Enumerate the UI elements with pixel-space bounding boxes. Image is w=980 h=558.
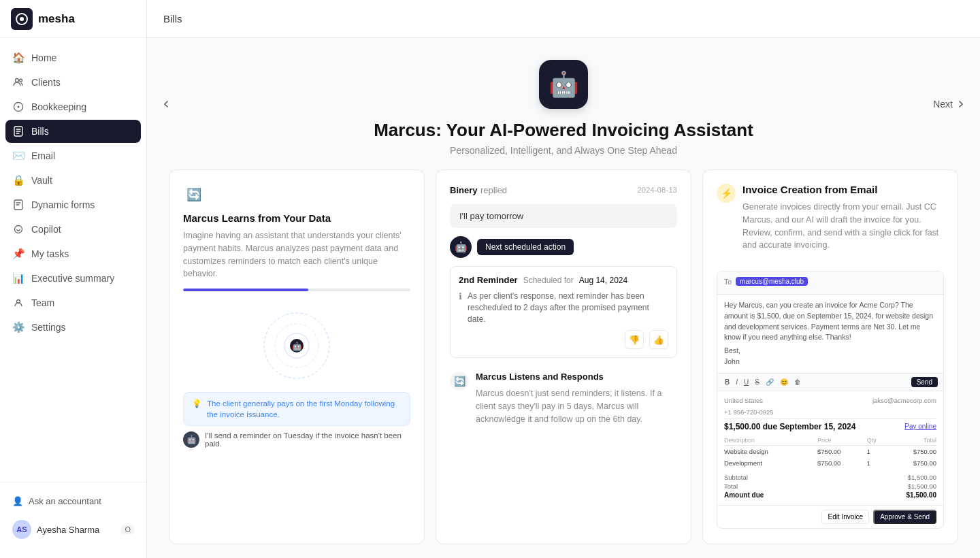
user-avatar: AS [12,520,31,539]
prev-button[interactable] [161,99,172,110]
invoice-preview: To marcus@mesha.club Hey Marcus, can you… [717,271,944,529]
learns-title: Marcus Learns from Your Data [183,212,410,224]
sidebar-item-executive-summary[interactable]: 📊 Executive summary [5,267,141,290]
dynamic-forms-icon [12,199,24,211]
invoice-amount: $1,500.00 due September 15, 2024 [724,422,855,431]
row2-price: $750.00 [817,457,867,469]
sidebar-item-bills[interactable]: Bills [5,120,141,143]
sidebar-item-dynamic-forms[interactable]: Dynamic forms [5,193,141,216]
sidebar-item-email[interactable]: ✉️ Email [5,144,141,167]
sidebar-item-label: Executive summary [31,273,114,284]
user-name: Ayesha Sharma [37,525,99,535]
contact-row: United States jakso@acmecorp.com [724,397,936,404]
progress-bar [183,289,410,291]
reminder-body: ℹ As per client's response, next reminde… [459,291,668,325]
listens-title: Marcus Listens and Responds [476,372,677,382]
svg-point-6 [18,106,20,108]
card-chat: Binery replied 2024-08-13 I'll pay tomor… [436,169,691,544]
reminder-actions: 👎 👍 [459,330,668,349]
card2-bottom: 🔄 Marcus Listens and Responds Marcus doe… [450,372,677,425]
col-qty: Qty [867,436,887,446]
thumbs-down-button[interactable]: 👎 [625,330,644,349]
sidebar-item-home[interactable]: 🏠 Home [5,46,141,69]
italic-btn[interactable]: I [734,378,740,387]
bold-btn[interactable]: B [723,378,732,387]
svg-text:🤖: 🤖 [292,341,302,351]
card-learns: 🔄 Marcus Learns from Your Data Imagine h… [169,169,425,544]
email-icon: ✉️ [12,150,24,162]
invoice-table: Description Price Qty Total Website desi… [724,436,936,469]
bookkeeping-icon [12,101,24,113]
edit-invoice-button[interactable]: Edit Invoice [821,510,869,524]
ask-accountant-button[interactable]: 👤 Ask an accountant [5,491,141,512]
executive-summary-icon: 📊 [12,272,24,284]
contact-phone: +1 956-720-0925 [724,408,936,416]
table-row: Website design $750.00 1 $750.00 [724,445,936,457]
row2-total: $750.00 [887,457,936,469]
hint-text: The client generally pays on the first M… [207,398,402,420]
underline-btn[interactable]: U [742,378,751,387]
amount-due-val: $1,500.00 [906,491,937,499]
sidebar-item-clients[interactable]: Clients [5,71,141,94]
orbit-visual: 🤖 [252,308,341,383]
approve-send-button[interactable]: Approve & Send [873,510,936,524]
marcus-mini-avatar: 🤖 [450,236,472,258]
pay-link[interactable]: Pay online [904,423,936,430]
email-body-text: Hey Marcus, can you create an invoice fo… [724,300,936,343]
marcus-chip: marcus@mesha.club [736,277,808,286]
mesha-logo-icon [11,8,33,30]
bills-icon [12,125,24,137]
hint-icon: 💡 [192,398,201,409]
cards-row: 🔄 Marcus Learns from Your Data Imagine h… [147,169,980,558]
thumbs-up-button[interactable]: 👍 [649,330,668,349]
row1-price: $750.00 [817,445,867,457]
chat-bubble: I'll pay tomorrow [450,204,677,228]
col-total: Total [887,436,936,446]
ask-accountant-label: Ask an accountant [29,496,101,506]
sidebar-item-team[interactable]: Team [5,291,141,314]
col-description: Description [724,436,817,446]
next-label: Next [933,99,953,110]
invoice-amount-row: $1,500.00 due September 15, 2024 Pay onl… [724,422,936,431]
reminder-card: 2nd Reminder Scheduled for Aug 14, 2024 … [450,266,677,358]
chat-date: 2024-08-13 [637,186,677,194]
emoji-btn[interactable]: 😊 [778,378,790,387]
contact-email: jakso@acmecorp.com [872,397,936,404]
svg-point-4 [20,79,22,82]
strikethrough-btn[interactable]: S [753,378,762,387]
sidebar-item-bookkeeping[interactable]: Bookkeeping [5,95,141,118]
invoice-title-block: Invoice Creation from Email Generate inv… [742,184,944,260]
sidebar: mesha 🏠 Home Clients Bookkeeping Bills ✉… [0,0,147,558]
table-row: Development $750.00 1 $750.00 [724,457,936,469]
action-row: 🤖 I'll send a reminder on Tuesday if the… [183,431,410,448]
send-button[interactable]: Send [911,377,938,387]
user-profile-row[interactable]: AS Ayesha Sharma O [5,514,141,544]
next-button[interactable]: Next [933,99,966,110]
ask-accountant-icon: 👤 [12,496,23,506]
next-action-badge: Next scheduled action [477,239,574,255]
sidebar-item-settings[interactable]: ⚙️ Settings [5,316,141,339]
action-text: I'll send a reminder on Tuesday if the i… [205,431,410,448]
trash-btn[interactable]: 🗑 [792,378,803,387]
svg-point-2 [20,17,24,21]
card-invoice: ⚡ Invoice Creation from Email Generate i… [702,169,958,544]
home-icon: 🏠 [12,52,24,64]
sidebar-item-label: Dynamic forms [31,199,95,210]
sidebar-item-vault[interactable]: 🔒 Vault [5,169,141,192]
visual-area: 🤖 [183,305,410,387]
sidebar-item-label: Bills [31,126,49,137]
svg-point-9 [15,226,22,233]
sidebar-item-copilot[interactable]: Copilot [5,218,141,241]
small-avatar: 🤖 [183,431,199,448]
subtotal-row: Subtotal $1,500.00 [724,473,936,482]
marcus-avatar: 🤖 [539,60,588,109]
reminder-sched: Scheduled for [523,276,574,285]
amount-due-row: Amount due $1,500.00 [724,491,936,499]
vault-icon: 🔒 [12,174,24,186]
link-btn[interactable]: 🔗 [764,378,776,387]
sidebar-item-label: Team [31,297,54,308]
next-action-row: 🤖 Next scheduled action [450,236,677,258]
sidebar-item-label: Copilot [31,224,61,235]
reminder-date: Aug 14, 2024 [579,276,627,285]
sidebar-item-my-tasks[interactable]: 📌 My tasks [5,242,141,265]
